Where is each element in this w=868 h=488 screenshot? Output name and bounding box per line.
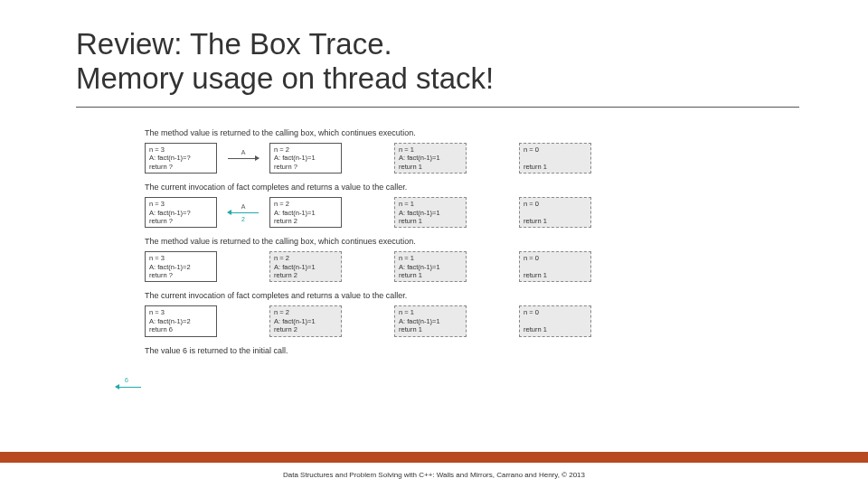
- box-n1-done: n = 1A: fact(n-1)=1return 1: [394, 197, 467, 228]
- box-n2: n = 2A: fact(n-1)=1return ?: [269, 143, 342, 174]
- caption-1: The method value is returned to the call…: [145, 128, 723, 137]
- caption-4: The current invocation of fact completes…: [145, 291, 723, 300]
- box-n3: n = 3A: fact(n-1)=2return 6: [145, 305, 217, 336]
- footer-citation: Data Structures and Problem Solving with…: [0, 471, 868, 479]
- box-n0-done: n = 0 return 1: [519, 251, 591, 282]
- box-n0-done: n = 0 return 1: [519, 305, 591, 336]
- trace-row-1: n = 3A: fact(n-1)=?return ? A n = 2A: fa…: [145, 143, 723, 174]
- arrow-left-icon: [228, 212, 259, 213]
- arrow-right-icon: [228, 158, 259, 159]
- arrow-left-icon: [116, 387, 141, 388]
- box-n1-done: n = 1A: fact(n-1)=1return 1: [394, 305, 467, 336]
- trace-row-3: n = 3A: fact(n-1)=2return ? n = 2A: fact…: [145, 251, 723, 282]
- box-n1-done: n = 1A: fact(n-1)=1return 1: [394, 251, 467, 282]
- title-line-2: Memory usage on thread stack!: [76, 61, 494, 95]
- box-n0-done: n = 0 return 1: [519, 197, 591, 228]
- box-n2-done: n = 2A: fact(n-1)=1return 2: [269, 305, 342, 336]
- return-label-6: 6: [125, 377, 128, 383]
- arrow-label-A: A: [241, 203, 246, 210]
- caption-2: The current invocation of fact completes…: [145, 183, 723, 192]
- title-line-1: Review: The Box Trace.: [76, 27, 392, 61]
- caption-5: The value 6 is returned to the initial c…: [145, 346, 723, 355]
- arrow-label-A: A: [241, 149, 246, 155]
- caption-3: The method value is returned to the call…: [145, 237, 723, 246]
- box-n3: n = 3A: fact(n-1)=?return ?: [145, 197, 217, 228]
- box-n3: n = 3A: fact(n-1)=2return ?: [145, 251, 217, 282]
- trace-row-2: n = 3A: fact(n-1)=?return ? A 2 n = 2A: …: [145, 197, 723, 228]
- box-n0-done: n = 0 return 1: [519, 143, 591, 174]
- accent-bar: [0, 452, 868, 463]
- box-n1-done: n = 1A: fact(n-1)=1return 1: [394, 143, 467, 174]
- box-n2: n = 2A: fact(n-1)=1return 2: [269, 197, 342, 228]
- title-underline: [76, 107, 799, 108]
- return-arrow-out: 6: [116, 387, 141, 388]
- diagram-area: The method value is returned to the call…: [145, 119, 723, 361]
- slide-title: Review: The Box Trace. Memory usage on t…: [76, 27, 494, 96]
- box-n3: n = 3A: fact(n-1)=?return ?: [145, 143, 217, 174]
- trace-row-4: n = 3A: fact(n-1)=2return 6 n = 2A: fact…: [145, 305, 723, 336]
- arrow-gap: A: [217, 158, 269, 159]
- box-n2-done: n = 2A: fact(n-1)=1return 2: [269, 251, 342, 282]
- return-label-2: 2: [241, 216, 245, 222]
- arrow-gap: A 2: [217, 212, 269, 213]
